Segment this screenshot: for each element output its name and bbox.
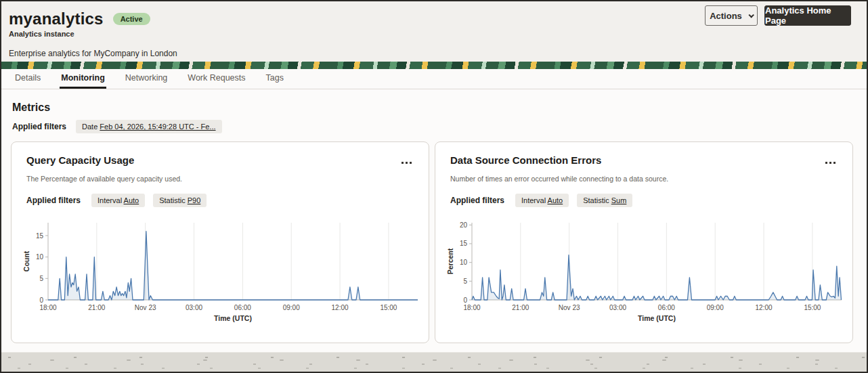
decorative-banner [1, 62, 867, 69]
query-capacity-chart-svg[interactable]: 05101518:0021:00Nov 2303:0006:0009:0012:… [22, 219, 419, 324]
applied-filters-label: Applied filters [450, 196, 504, 205]
svg-text:21:00: 21:00 [512, 304, 529, 311]
svg-text:10: 10 [36, 253, 44, 261]
svg-text:21:00: 21:00 [88, 304, 105, 311]
svg-text:03:00: 03:00 [186, 304, 202, 311]
svg-text:Nov 23: Nov 23 [559, 304, 580, 311]
interval-filter-chip[interactable]: Interval Auto [91, 194, 145, 207]
date-filter-value-link[interactable]: Feb 04, 2026, 15:49:28 UTC - Fe... [100, 123, 215, 131]
statistic-filter-label: Statistic [159, 196, 186, 204]
svg-text:06:00: 06:00 [234, 304, 251, 311]
page-title: myanalytics [9, 9, 104, 28]
svg-text:Count: Count [22, 250, 30, 271]
monitoring-tab-content: Metrics Applied filters Date Feb 04, 202… [1, 90, 867, 352]
tab-bar: Details Monitoring Networking Work Reque… [1, 69, 867, 89]
resource-type-label: Analytics instance [9, 30, 74, 38]
svg-text:09:00: 09:00 [283, 304, 300, 311]
tab-work-requests[interactable]: Work Requests [186, 69, 246, 89]
query-capacity-usage-card: Query Capacity Usage The Percentage of a… [11, 141, 429, 343]
statistic-filter-chip[interactable]: Statistic Sum [577, 194, 632, 207]
card-title: Data Source Connection Errors [450, 154, 601, 166]
card-description: Number of times an error occurred while … [450, 175, 668, 183]
query-capacity-chart[interactable]: 05101518:0021:00Nov 2303:0006:0009:0012:… [22, 219, 419, 324]
tab-details[interactable]: Details [14, 69, 42, 89]
statistic-filter-chip[interactable]: Statistic P90 [153, 194, 207, 207]
svg-text:Time (UTC): Time (UTC) [638, 314, 676, 322]
date-filter-chip[interactable]: Date Feb 04, 2026, 15:49:28 UTC - Fe... [76, 120, 222, 133]
svg-text:0: 0 [39, 297, 43, 304]
page-header: myanalytics Active Analytics instance En… [1, 1, 867, 62]
tab-tags[interactable]: Tags [265, 69, 285, 89]
svg-text:Nov 23: Nov 23 [135, 304, 156, 311]
svg-text:10: 10 [460, 259, 468, 266]
interval-filter-chip[interactable]: Interval Auto [515, 194, 569, 207]
desktop-background-strip [1, 352, 867, 372]
tab-networking[interactable]: Networking [124, 69, 169, 89]
tab-monitoring[interactable]: Monitoring [60, 69, 106, 89]
applied-filters-label: Applied filters [26, 196, 81, 205]
svg-text:20: 20 [460, 221, 468, 229]
svg-text:5: 5 [39, 275, 43, 282]
svg-text:09:00: 09:00 [707, 304, 724, 311]
svg-text:15: 15 [460, 240, 468, 247]
analytics-home-page-button[interactable]: Analytics Home Page [764, 5, 851, 26]
svg-text:12:00: 12:00 [332, 304, 349, 311]
svg-text:15:00: 15:00 [804, 304, 821, 311]
actions-button[interactable]: Actions [705, 5, 758, 26]
svg-text:15: 15 [36, 232, 44, 240]
home-button-label: Analytics Home Page [765, 5, 850, 26]
applied-filters-label: Applied filters [12, 122, 66, 131]
card-title: Query Capacity Usage [26, 154, 134, 166]
interval-filter-label: Interval [97, 196, 122, 204]
svg-text:18:00: 18:00 [463, 304, 480, 311]
statistic-filter-value-link[interactable]: P90 [188, 196, 201, 204]
data-source-connection-errors-card: Data Source Connection Errors Number of … [435, 141, 853, 343]
svg-text:03:00: 03:00 [609, 304, 626, 311]
connection-errors-chart[interactable]: 0510152018:0021:00Nov 2303:0006:0009:001… [446, 219, 843, 324]
svg-text:Time (UTC): Time (UTC) [214, 314, 252, 322]
metrics-heading: Metrics [12, 102, 50, 114]
svg-text:12:00: 12:00 [756, 304, 773, 311]
actions-button-label: Actions [710, 11, 742, 21]
interval-filter-value-link[interactable]: Auto [548, 196, 563, 204]
overflow-menu-icon[interactable] [824, 158, 839, 168]
svg-text:15:00: 15:00 [380, 304, 397, 311]
svg-text:18:00: 18:00 [39, 304, 56, 311]
svg-text:0: 0 [463, 297, 467, 304]
interval-filter-value-link[interactable]: Auto [124, 196, 139, 204]
statistic-filter-label: Statistic [583, 196, 609, 204]
interval-filter-label: Interval [521, 196, 546, 204]
overflow-menu-icon[interactable] [400, 158, 415, 168]
statistic-filter-value-link[interactable]: Sum [611, 196, 627, 204]
card-description: The Percentage of available query capaci… [26, 175, 182, 183]
svg-text:Percent: Percent [446, 248, 454, 274]
connection-errors-chart-svg[interactable]: 0510152018:0021:00Nov 2303:0006:0009:001… [446, 219, 843, 324]
instance-description: Enterprise analytics for MyCompany in Lo… [9, 49, 177, 58]
chevron-down-icon [748, 12, 754, 18]
status-badge: Active [113, 13, 150, 25]
analytics-instance-page: myanalytics Active Analytics instance En… [0, 0, 868, 373]
svg-text:5: 5 [463, 278, 467, 285]
date-filter-label: Date [82, 123, 97, 131]
svg-text:06:00: 06:00 [658, 304, 675, 311]
